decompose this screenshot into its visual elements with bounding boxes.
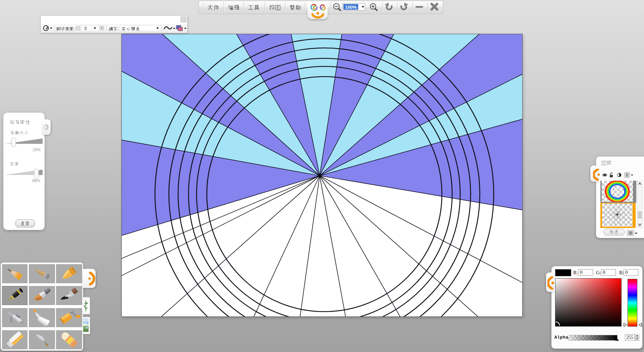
svg-text:3: 3 <box>84 26 87 31</box>
svg-text:100%: 100% <box>345 5 357 10</box>
